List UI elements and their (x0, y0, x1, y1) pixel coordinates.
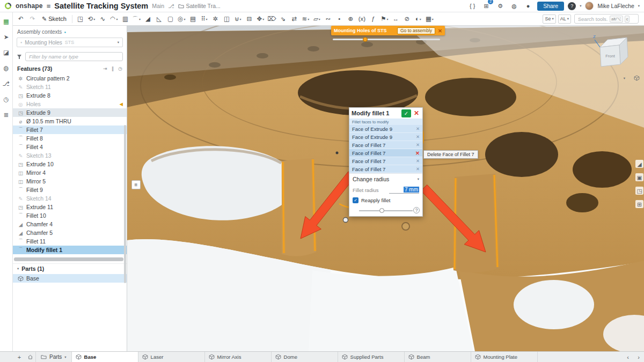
change-radius-select[interactable]: Change radius ▾ (349, 173, 422, 184)
workspace-name[interactable]: Main (152, 3, 164, 9)
variable-icon[interactable]: (x) (356, 13, 368, 24)
part-studio-tab[interactable]: Mirror Axis (205, 352, 272, 362)
replace-face-icon[interactable]: ⇄ (289, 13, 300, 24)
face-row[interactable]: Face of Extrude 9 ✕ (349, 133, 422, 141)
feature-row[interactable]: ⌒ Modify fillet 1 (13, 246, 127, 254)
document-tab[interactable]: Satellite Tra... (178, 3, 221, 9)
home-tab-button[interactable] (25, 352, 35, 362)
view-menu-caret-icon[interactable]: ▾ (624, 76, 625, 80)
boolean-icon[interactable]: ⊎▾ (232, 13, 244, 24)
sketch-button[interactable]: ✎ Sketch (39, 13, 70, 24)
app-store-icon[interactable]: ⊞2 (481, 1, 492, 11)
remove-face-icon[interactable]: ✕ (416, 158, 420, 164)
user-menu-caret-icon[interactable]: ▾ (638, 4, 640, 8)
part-studio-tab[interactable]: Dome (272, 352, 338, 362)
section-view-icon[interactable]: ⊘ (401, 13, 413, 24)
linear-pattern-icon[interactable]: ⠿▾ (199, 13, 210, 24)
revolve-icon[interactable]: ⟲▾ (86, 13, 97, 24)
face-row[interactable]: Face of Fillet 7 ✕ (349, 157, 422, 165)
viewport-panel-toggle-button[interactable]: ≡ (131, 180, 141, 189)
fillet-icon[interactable]: ⌒▾ (131, 13, 142, 24)
feature-row[interactable]: ⌒ Fillet 8 (13, 134, 127, 143)
rib-icon[interactable]: ▤ (187, 13, 199, 24)
part-studio-tab[interactable]: Mounting Plate (471, 352, 538, 362)
isometric-view-icon[interactable] (634, 75, 640, 81)
rollback-icon[interactable]: ⇥ (103, 66, 107, 71)
tag-icon[interactable]: ⚑▾ (379, 13, 390, 24)
face-row[interactable]: Face of Fillet 7 ✕ (349, 165, 422, 173)
tab-scroll-right-icon[interactable]: › (633, 352, 644, 362)
units-dropdown[interactable]: Se▾ (543, 14, 555, 24)
feature-row[interactable]: ⌒ Fillet 9 (13, 186, 127, 194)
history-panel-icon[interactable]: ◷ (2, 95, 11, 104)
help-icon[interactable]: ? (413, 207, 420, 213)
share-button[interactable]: Share (537, 2, 564, 11)
appearance-icon[interactable]: ◐▾ (413, 13, 424, 24)
user-avatar[interactable] (585, 2, 594, 10)
reapply-checkbox[interactable]: ✓ (353, 197, 358, 203)
transform-icon[interactable]: ✥▾ (255, 13, 266, 24)
measure-icon[interactable]: ↔ (390, 13, 401, 24)
remove-face-icon[interactable]: ✕ (416, 126, 420, 131)
fs-function-icon[interactable]: ƒ (368, 13, 379, 24)
branch-icon[interactable]: ⎇ (168, 3, 174, 9)
feature-row[interactable]: ⌀ Ø 10.5 mm THRU (13, 117, 127, 125)
feature-row[interactable]: ✎ Sketch 14 (13, 194, 127, 203)
feature-row[interactable]: ◢ Chamfer 4 (13, 220, 127, 228)
new-tab-button[interactable]: + (14, 352, 25, 362)
circular-pattern-icon[interactable]: ✲ (210, 13, 221, 24)
integrations-icon[interactable]: ⚙ (495, 1, 506, 11)
view-cube[interactable]: Z Front (591, 29, 636, 74)
account-icon[interactable]: ● (523, 1, 533, 11)
tool-search[interactable]: alt/⌥ c (574, 14, 639, 24)
standard-dropdown[interactable]: AL▾ (558, 14, 571, 24)
delete-face-icon[interactable]: ⌦ (266, 13, 277, 24)
face-row[interactable]: Face of Extrude 9 ✕ (349, 125, 422, 133)
split-icon[interactable]: ⊟ (244, 13, 255, 24)
feature-row[interactable]: ⌒ Fillet 11 (13, 237, 127, 246)
feature-filter-input[interactable] (25, 52, 123, 61)
assembly-context-select[interactable]: ● Mounting Holes STS ▾ (17, 38, 123, 47)
feature-row[interactable]: ◳ Extrude 9 (13, 108, 127, 117)
banner-close-icon[interactable]: ✕ (438, 28, 442, 34)
feature-row[interactable]: ✎ Sketch 11 (13, 83, 127, 91)
main-menu-icon[interactable]: ≡ (47, 2, 51, 10)
vertical-scrollbar[interactable] (124, 125, 126, 283)
feature-row[interactable]: ◢ Chamfer 5 (13, 228, 127, 237)
mate-connector-icon[interactable]: ⊕ (345, 13, 356, 24)
point-icon[interactable]: • (334, 13, 345, 24)
copy-view-icon[interactable]: ▣ (635, 173, 643, 181)
move-face-icon[interactable]: ⇘ (277, 13, 289, 24)
feature-list-panel-icon[interactable]: ≣ (2, 110, 11, 119)
learning-icon[interactable]: ◍ (509, 1, 519, 11)
cancel-button[interactable]: ✕ (413, 109, 420, 117)
radius-slider[interactable] (359, 210, 413, 211)
remove-face-icon[interactable]: ✕ (416, 166, 420, 172)
named-views-icon[interactable]: ▦▾ (424, 13, 435, 24)
part-studio-tab[interactable]: Supplied Parts (338, 352, 405, 362)
tab-scroll-left-icon[interactable]: ‹ (623, 352, 633, 362)
parts-header[interactable]: ▾ Parts (1) (13, 263, 127, 274)
select-tool-icon[interactable]: ➤ (2, 33, 11, 41)
zoom-tools-icon[interactable]: ⊞ (635, 200, 643, 208)
feature-row[interactable]: ◫ Mirror 4 (13, 168, 127, 177)
horizontal-scrollbar[interactable] (14, 257, 123, 261)
feature-row[interactable]: ✎ Sketch 13 (13, 151, 127, 160)
suppress-icon[interactable]: ∥ (112, 66, 114, 71)
remove-face-icon[interactable]: ✕ (416, 134, 420, 139)
feature-row[interactable]: ◳ Extrude 11 (13, 203, 127, 211)
feature-row[interactable]: ◎ Holes ◀ (13, 100, 127, 108)
parts-folder-tab[interactable]: Parts ▾ (35, 352, 72, 362)
hole-icon[interactable]: ◎▾ (176, 13, 187, 24)
history-icon[interactable]: ◷ (118, 66, 122, 71)
mirror-icon[interactable]: ◫ (221, 13, 232, 24)
feature-row[interactable]: ◳ Extrude 10 (13, 160, 127, 168)
context-position-slider[interactable] (333, 39, 440, 40)
help-menu-button[interactable]: ? (568, 2, 576, 10)
radius-slider-knob[interactable] (379, 208, 384, 213)
versions-panel-icon[interactable]: ⎇ (2, 79, 11, 88)
remove-face-icon[interactable]: ✕ (416, 142, 420, 147)
render-options-icon[interactable]: ◳ (635, 187, 643, 195)
feature-row[interactable]: ✲ Circular pattern 2 (13, 74, 127, 83)
part-studio-tab[interactable]: Base (72, 352, 138, 362)
